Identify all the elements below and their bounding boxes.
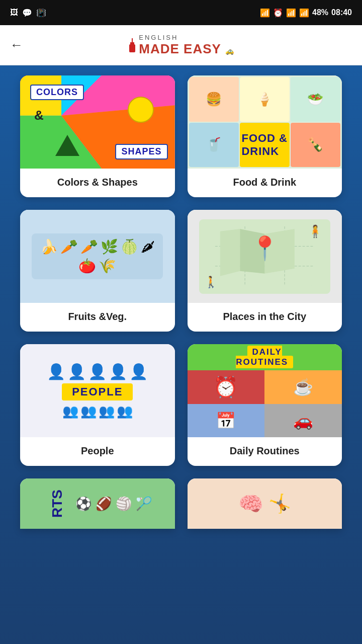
svg-marker-16 [220,229,239,276]
person-brown: 👥 [80,404,97,419]
person-blue: 👤 [67,363,86,380]
body-bg-partial: 🧠 🤸 [188,478,342,529]
sports-icon-1: ⚽ [75,496,92,512]
card-food-drink-image: 🍔 🍦 🥗 🥤 FOOD &DRINK 🍾 [188,75,342,169]
status-right-icons: 📶 ⏰ 📶 📶 48% 08:40 [260,8,352,18]
card-food-drink[interactable]: 🍔 🍦 🥗 🥤 FOOD &DRINK 🍾 Food & Drink [188,75,342,197]
card-places-city-image: 📍 🧍 🚶 [188,210,342,303]
category-grid: COLORS & SHAPES Colors & Shapes 🍔 🍦 🥗 🥤 … [0,65,362,539]
svg-rect-2 [129,44,135,52]
card-fruits-veg[interactable]: 🍌 🥕 🥕 🌿 🍈 🌶 🍅 🌾 Fruits &Veg. [20,210,175,332]
colors-title-block: COLORS [30,85,84,100]
bluetooth-icon: 📶 [260,8,270,18]
card-colors-shapes-label: Colors & Shapes [20,169,175,197]
person-icon-1: 🧍 [308,224,323,238]
sports-bg-partial: RTS ⚽ 🏈 🏐 🏸 [20,478,175,529]
daily-grid: DAILYROUTINES ⏰ ☕ 📅 🚗 [188,344,342,437]
daily-car-cell: 🚗 [264,404,342,438]
card-people-label: People [20,437,175,466]
fruit-carrot: 🥕 [60,238,78,255]
green-triangle [55,135,79,156]
card-people[interactable]: 👤 👤 👤 👤 👤 PEOPLE 👥 👥 👥 👥 People [20,344,175,466]
food-cell-icecream: 🍦 [240,77,290,122]
alarm-icon: ⏰ [273,8,283,18]
people-banner: PEOPLE [62,383,133,400]
card-body-partial[interactable]: 🧠 🤸 [188,478,342,529]
back-button[interactable]: ← [10,37,23,53]
card-food-drink-label: Food & Drink [188,169,342,197]
card-colors-shapes-image: COLORS & SHAPES [20,75,175,169]
status-bar: 🖼 💬 📳 📶 ⏰ 📶 📶 48% 08:40 [0,0,362,25]
fruit-carrot2: 🥕 [80,238,98,255]
shapes-title-block: SHAPES [115,144,167,159]
daily-title-banner: DAILYROUTINES [188,344,342,370]
food-cell-burger: 🍔 [189,77,239,122]
person-green: 👤 [109,363,127,380]
amp-symbol: & [34,108,44,123]
people-row-top: 👤 👤 👤 👤 👤 [47,363,148,380]
map-pin-icon: 📍 [250,234,279,262]
fruit-greens: 🌿 [101,238,118,255]
time-display: 08:40 [331,8,352,17]
person-icon-2: 🚶 [204,276,218,289]
person-pink: 👤 [47,363,65,380]
card-sports-partial[interactable]: RTS ⚽ 🏈 🏐 🏸 [20,478,175,529]
fruit-pepper: 🌶 [141,238,155,255]
voicemail-icon: 📳 [36,8,46,18]
sports-icon-3: 🏐 [116,496,132,512]
person-magenta: 👥 [117,404,133,419]
card-fruits-veg-label: Fruits &Veg. [20,303,175,332]
person-orange: 👤 [88,363,107,380]
fruit-herb: 🌾 [99,258,116,274]
card-places-city[interactable]: 📍 🧍 🚶 Places in the City [188,210,342,332]
wifi-icon: 📶 [286,8,296,18]
card-daily-routines[interactable]: DAILYROUTINES ⏰ ☕ 📅 🚗 Daily Routines [188,344,342,466]
people-bg: 👤 👤 👤 👤 👤 PEOPLE 👥 👥 👥 👥 [20,344,175,437]
food-cell-drink: 🥤 [189,123,239,168]
fruit-tomato: 🍅 [78,258,96,274]
card-fruits-veg-image: 🍌 🥕 🥕 🌿 🍈 🌶 🍅 🌾 [20,210,175,303]
svg-rect-1 [130,42,134,44]
fruits-board: 🍌 🥕 🥕 🌿 🍈 🌶 🍅 🌾 [32,233,163,279]
app-header: ← ENGLISH MADE EASY 🚕 [0,25,362,65]
food-cell-bottle: 🍾 [291,123,340,168]
tower-icon [128,38,137,52]
body-icon: 🧠 [238,492,263,516]
message-icon: 💬 [22,8,32,18]
logo-title: MADE EASY 🚕 [139,41,234,57]
food-drink-title-cell: FOOD &DRINK [240,123,290,168]
map-visual: 📍 🧍 🚶 [199,219,330,294]
people-row-bottom: 👥 👥 👥 👥 [62,404,133,419]
person-teal: 👥 [99,404,115,419]
daily-calendar-cell: 📅 [188,404,265,438]
svg-rect-0 [132,38,133,42]
card-people-image: 👤 👤 👤 👤 👤 PEOPLE 👥 👥 👥 👥 [20,344,175,437]
sports-icon-4: 🏸 [136,496,152,512]
daily-clock-cell: ⏰ [188,370,265,404]
person-purple: 👥 [62,404,78,419]
logo-made: MADE [139,41,184,56]
logo-easy: EASY [184,41,221,56]
gallery-icon: 🖼 [10,8,18,17]
body-figure-icon: 🤸 [268,493,291,514]
fruit-banana: 🍌 [40,238,58,255]
yellow-circle [128,97,154,123]
battery-text: 48% [312,8,328,17]
app-logo: ENGLISH MADE EASY 🚕 [128,34,234,57]
food-cell-salad: 🥗 [291,77,340,122]
person-red: 👤 [129,363,148,380]
card-places-city-label: Places in the City [188,303,342,332]
logo-subtitle: ENGLISH [139,34,234,41]
sports-icon-2: 🏈 [96,496,112,512]
status-left-icons: 🖼 💬 📳 [10,8,46,18]
card-daily-routines-label: Daily Routines [188,437,342,466]
signal-icon: 📶 [299,8,309,18]
fruit-papaya: 🍈 [121,238,138,255]
card-daily-routines-image: DAILYROUTINES ⏰ ☕ 📅 🚗 [188,344,342,437]
card-colors-shapes[interactable]: COLORS & SHAPES Colors & Shapes [20,75,175,197]
daily-coffee-cell: ☕ [264,370,342,404]
